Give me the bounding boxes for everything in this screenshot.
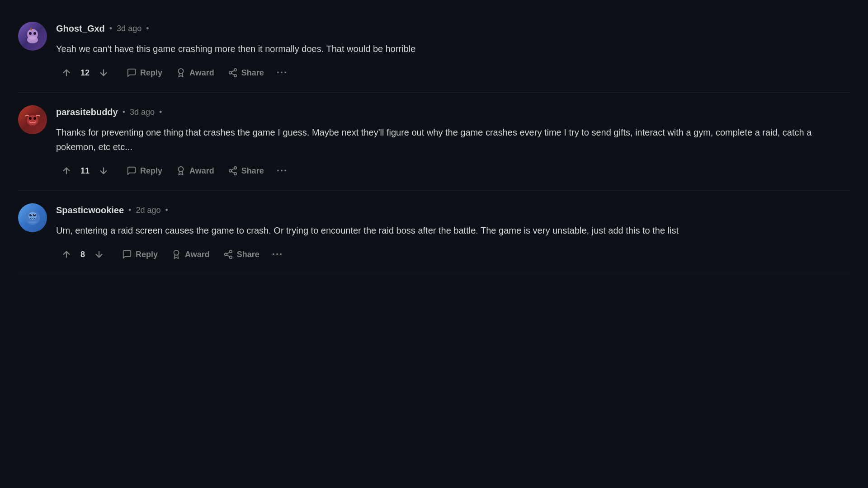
comment-actions-1: 12 Reply Award <box>56 64 850 81</box>
svg-point-12 <box>29 117 32 120</box>
svg-point-1 <box>27 36 38 43</box>
award-label-1: Award <box>189 68 214 78</box>
upvote-icon-1 <box>61 68 71 78</box>
timestamp-1: 3d ago <box>117 23 142 35</box>
upvote-button-1[interactable] <box>56 65 77 80</box>
award-icon-3 <box>171 249 181 259</box>
dot-3: • <box>165 204 168 216</box>
username-2: parasitebuddy <box>56 105 118 119</box>
upvote-button-2[interactable] <box>56 163 77 178</box>
comment-body-1: Ghost_Gxd • 3d ago • Yeah we can't have … <box>56 22 850 81</box>
svg-line-10 <box>231 70 234 72</box>
more-button-3[interactable]: ··· <box>268 246 288 263</box>
upvote-icon-2 <box>61 166 71 176</box>
comment-body-2: parasitebuddy • 3d ago • Thanks for prev… <box>56 105 850 179</box>
svg-line-30 <box>227 255 230 257</box>
reply-label-2: Reply <box>140 166 162 176</box>
award-button-1[interactable]: Award <box>170 65 220 80</box>
reply-label-1: Reply <box>140 68 162 78</box>
avatar <box>18 22 47 51</box>
reply-icon-2 <box>127 166 137 176</box>
vote-section-1: 12 <box>56 65 114 80</box>
comment-3: Spasticwookiee • 2d ago • Um, entering a… <box>18 191 850 274</box>
award-button-2[interactable]: Award <box>170 163 220 178</box>
svg-point-2 <box>29 32 32 35</box>
vote-count-2: 11 <box>80 165 90 177</box>
upvote-icon-3 <box>61 249 71 259</box>
award-label-2: Award <box>189 166 214 176</box>
comment-header-1: Ghost_Gxd • 3d ago • <box>56 22 850 35</box>
username-1: Ghost_Gxd <box>56 22 105 35</box>
timestamp-2: 3d ago <box>130 106 155 118</box>
svg-point-23 <box>33 214 36 216</box>
vote-count-3: 8 <box>80 249 85 261</box>
comment-1: Ghost_Gxd • 3d ago • Yeah we can't have … <box>18 9 850 93</box>
username-3: Spasticwookiee <box>56 203 124 217</box>
downvote-icon-1 <box>99 68 108 78</box>
svg-line-19 <box>231 169 234 170</box>
svg-point-3 <box>33 32 36 35</box>
share-label-1: Share <box>241 68 264 78</box>
more-button-1[interactable]: ··· <box>272 64 292 81</box>
separator-2: • <box>123 106 125 118</box>
dot-2: • <box>159 106 162 118</box>
vote-section-3: 8 <box>56 247 109 262</box>
reply-button-2[interactable]: Reply <box>121 163 168 178</box>
share-button-3[interactable]: Share <box>218 247 265 262</box>
share-icon-1 <box>228 68 238 78</box>
downvote-icon-3 <box>94 249 104 259</box>
reply-icon-1 <box>127 68 137 78</box>
svg-line-18 <box>231 171 234 173</box>
share-icon-2 <box>228 166 238 176</box>
comment-actions-3: 8 Reply Award <box>56 246 850 263</box>
svg-line-31 <box>227 252 230 254</box>
svg-line-9 <box>231 73 234 75</box>
comment-text-3: Um, entering a raid screen causes the ga… <box>56 223 850 238</box>
share-icon-3 <box>223 249 233 259</box>
comment-header-3: Spasticwookiee • 2d ago • <box>56 203 850 217</box>
award-label-3: Award <box>185 250 210 259</box>
svg-point-25 <box>34 214 35 215</box>
avatar-icon-3 <box>24 209 42 227</box>
downvote-button-1[interactable] <box>93 65 114 80</box>
vote-section-2: 11 <box>56 163 114 178</box>
avatar-2 <box>18 105 47 134</box>
comment-header-2: parasitebuddy • 3d ago • <box>56 105 850 119</box>
upvote-button-3[interactable] <box>56 247 77 262</box>
separator-3: • <box>128 204 131 216</box>
share-label-2: Share <box>241 166 264 176</box>
reply-button-3[interactable]: Reply <box>117 247 163 262</box>
share-button-1[interactable]: Share <box>222 65 269 80</box>
dot-1: • <box>146 23 149 35</box>
comment-body-3: Spasticwookiee • 2d ago • Um, entering a… <box>56 203 850 263</box>
avatar-icon-2 <box>24 111 42 129</box>
comment-2: parasitebuddy • 3d ago • Thanks for prev… <box>18 93 850 191</box>
downvote-icon-2 <box>99 166 108 176</box>
avatar-icon <box>24 27 42 45</box>
reply-button-1[interactable]: Reply <box>121 65 168 80</box>
avatar-3 <box>18 203 47 232</box>
comment-text-2: Thanks for preventing one thing that cra… <box>56 125 850 154</box>
share-button-2[interactable]: Share <box>222 163 269 178</box>
svg-point-24 <box>31 214 32 215</box>
comment-text-1: Yeah we can't have this game crashing mo… <box>56 42 850 56</box>
svg-point-22 <box>29 214 32 216</box>
separator-1: • <box>109 23 112 35</box>
share-label-3: Share <box>237 250 259 259</box>
downvote-button-3[interactable] <box>89 247 109 262</box>
award-icon-1 <box>176 68 186 78</box>
downvote-button-2[interactable] <box>93 163 114 178</box>
more-button-2[interactable]: ··· <box>272 162 292 179</box>
timestamp-3: 2d ago <box>136 204 160 216</box>
award-button-3[interactable]: Award <box>166 247 215 262</box>
award-icon-2 <box>176 166 186 176</box>
reply-icon-3 <box>122 249 132 259</box>
comment-actions-2: 11 Reply Award <box>56 162 850 179</box>
reply-label-3: Reply <box>136 250 158 259</box>
svg-point-13 <box>33 117 36 120</box>
vote-count-1: 12 <box>80 67 90 79</box>
